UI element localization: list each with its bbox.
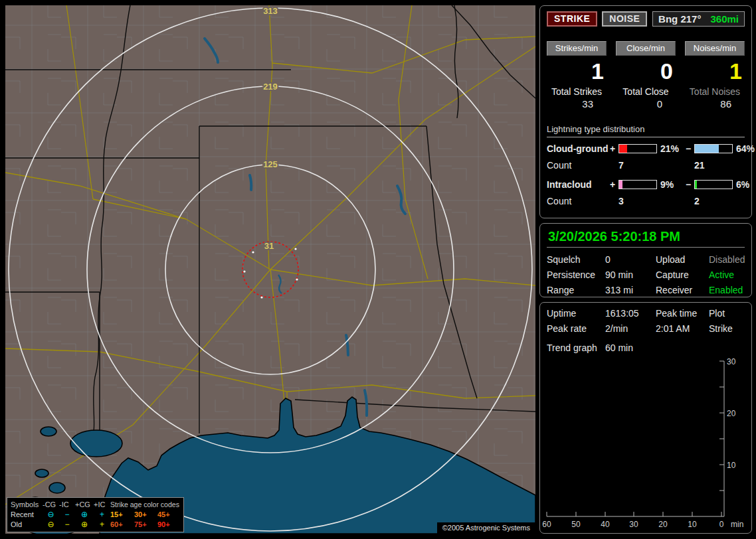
upload-status: Disabled xyxy=(709,254,745,265)
ic-negative-bar xyxy=(694,180,733,189)
age-code: 75+ xyxy=(134,520,157,530)
cloud-ground-label: Cloud-ground xyxy=(547,143,610,154)
cg-negative-count: 21 xyxy=(694,160,733,171)
noises-per-min-value: 1 xyxy=(685,58,745,84)
range-ring-label: 219 xyxy=(263,82,278,92)
legend-col-neg-ic: -IC xyxy=(59,500,75,510)
range-ring-label: 125 xyxy=(263,159,278,169)
minus-sign: − xyxy=(686,179,694,190)
cg-positive-pct: 21% xyxy=(657,143,686,154)
bearing-value: Bng 217° xyxy=(658,13,701,25)
ic-positive-bar xyxy=(618,180,657,189)
total-noises-value: 86 xyxy=(685,98,745,110)
distribution-title: Lightning type distribution xyxy=(547,124,745,137)
persistence-value: 90 min xyxy=(605,270,656,280)
copyright-text: ©2005 Astrogenic Systems xyxy=(437,522,535,534)
ic-negative-pct: 6% xyxy=(733,179,756,190)
x-tick-label: 60 xyxy=(542,520,551,529)
cg-negative-pct: 64% xyxy=(733,143,756,154)
x-tick-label: 10 xyxy=(688,520,697,529)
pos-cg-old-icon: ⊕ xyxy=(75,520,94,530)
receiver-status: Enabled xyxy=(709,285,745,295)
total-strikes-label: Total Strikes xyxy=(547,86,607,97)
minus-sign: − xyxy=(686,143,694,154)
symbols-legend: Symbols -CG -IC +CG +IC Strike age color… xyxy=(7,497,184,532)
ic-positive-pct: 9% xyxy=(657,179,686,190)
x-tick-label: 0 xyxy=(719,520,724,529)
cg-positive-bar xyxy=(618,144,657,153)
legend-row-old-label: Old xyxy=(11,520,43,530)
squelch-value: 0 xyxy=(605,254,656,265)
age-code: 60+ xyxy=(110,520,134,530)
age-code: 15+ xyxy=(110,510,134,520)
age-code: 30+ xyxy=(134,510,157,520)
persistence-label: Persistence xyxy=(547,270,605,280)
x-tick-label: 20 xyxy=(658,520,668,529)
count-label: Count xyxy=(547,196,610,206)
pos-ic-old-icon: + xyxy=(94,520,110,530)
legend-row-recent-label: Recent xyxy=(11,510,43,520)
squelch-label: Squelch xyxy=(547,254,605,265)
map-view[interactable]: 313 219 125 31 Symbols -CG -IC +CG +IC S… xyxy=(5,5,535,534)
pos-ic-recent-icon: + xyxy=(94,510,110,520)
upload-label: Upload xyxy=(656,254,709,265)
noise-button[interactable]: NOISE xyxy=(602,11,647,27)
stats-panel: STRIKE NOISE Bng 217° 360mi Strikes/min … xyxy=(539,5,752,218)
count-label: Count xyxy=(547,160,610,171)
legend-col-neg-cg: -CG xyxy=(43,500,59,510)
ic-positive-count: 3 xyxy=(618,196,657,206)
cg-positive-count: 7 xyxy=(618,160,657,171)
neg-cg-recent-icon: ⊖ xyxy=(43,510,59,520)
strikes-per-min-value: 1 xyxy=(547,58,607,84)
plus-sign: + xyxy=(610,179,618,190)
x-tick-label: 50 xyxy=(571,520,581,529)
bearing-range-value: 360mi xyxy=(710,13,739,25)
y-tick-label: 10 xyxy=(727,461,736,470)
age-code: 90+ xyxy=(157,520,180,530)
bearing-readout: Bng 217° 360mi xyxy=(652,11,745,27)
cg-negative-bar xyxy=(694,144,733,153)
legend-col-pos-cg: +CG xyxy=(75,500,94,510)
x-axis-unit: min xyxy=(731,520,743,529)
y-tick-label: 20 xyxy=(727,409,736,418)
x-tick-label: 40 xyxy=(601,520,610,529)
noises-per-min-label: Noises/min xyxy=(685,41,745,56)
range-value: 313 mi xyxy=(605,285,656,295)
trend-axes xyxy=(547,361,724,516)
y-tick-label: 30 xyxy=(727,357,736,366)
strike-button[interactable]: STRIKE xyxy=(547,11,597,27)
trend-graph: 30 20 10 60 50 40 30 20 10 0 min xyxy=(540,303,753,534)
range-ring-label: 31 xyxy=(264,241,274,251)
intracloud-label: Intracloud xyxy=(547,179,610,190)
range-label: Range xyxy=(547,285,605,295)
neg-ic-recent-icon: − xyxy=(59,510,75,520)
x-tick-label: 30 xyxy=(629,520,638,529)
legend-age-header: Strike age color codes xyxy=(110,500,180,510)
legend-col-pos-ic: +IC xyxy=(94,500,110,510)
close-per-min-label: Close/min xyxy=(616,41,676,56)
datetime-display: 3/20/2026 5:20:18 PM xyxy=(547,228,745,248)
neg-ic-old-icon: − xyxy=(59,520,75,530)
ic-negative-count: 2 xyxy=(694,196,733,206)
neg-cg-old-icon: ⊖ xyxy=(43,520,59,530)
receiver-label: Receiver xyxy=(656,285,709,295)
total-close-value: 0 xyxy=(616,98,676,110)
close-per-min-value: 0 xyxy=(616,58,676,84)
status-panel: 3/20/2026 5:20:18 PM Squelch 0 Upload Di… xyxy=(539,223,752,297)
pos-cg-recent-icon: ⊕ xyxy=(75,510,94,520)
capture-status: Active xyxy=(709,270,745,280)
total-close-label: Total Close xyxy=(616,86,676,97)
range-ring-label: 313 xyxy=(263,6,278,16)
plus-sign: + xyxy=(610,143,618,154)
age-code: 45+ xyxy=(157,510,180,520)
trend-panel: Uptime 1613:05 Peak time Plot Peak rate … xyxy=(539,302,752,534)
total-noises-label: Total Noises xyxy=(685,86,745,97)
capture-label: Capture xyxy=(656,270,709,280)
map-svg: 313 219 125 31 xyxy=(5,5,535,534)
strikes-per-min-label: Strikes/min xyxy=(547,41,607,56)
total-strikes-value: 33 xyxy=(547,98,607,110)
legend-symbols-header: Symbols xyxy=(11,500,43,510)
